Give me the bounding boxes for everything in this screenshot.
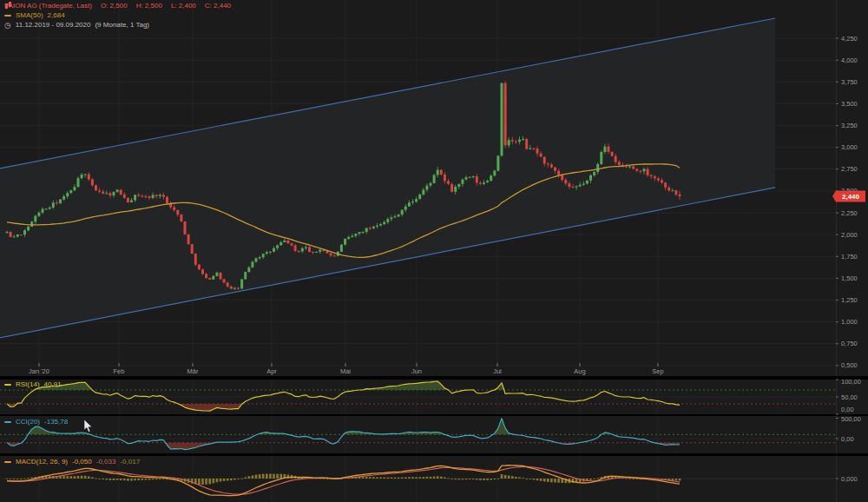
svg-text:50,00: 50,00 xyxy=(841,393,858,401)
svg-text:0,00: 0,00 xyxy=(841,406,854,413)
mouse-cursor xyxy=(83,419,94,433)
svg-text:0,500: 0,500 xyxy=(841,361,858,369)
macd-panel[interactable]: 0,000 xyxy=(0,466,858,496)
svg-text:Apr: Apr xyxy=(266,367,277,375)
svg-text:Aug: Aug xyxy=(574,367,585,375)
trend-channel-fill xyxy=(0,18,775,338)
svg-text:Feb: Feb xyxy=(114,367,125,375)
svg-text:1,750: 1,750 xyxy=(841,253,858,261)
svg-text:3,750: 3,750 xyxy=(841,78,858,86)
svg-text:Jul: Jul xyxy=(493,367,502,375)
rsi-panel[interactable]: 100,0050,000,00 xyxy=(0,378,861,414)
svg-text:3,500: 3,500 xyxy=(841,100,858,108)
svg-text:2,440: 2,440 xyxy=(842,193,860,201)
svg-text:4,250: 4,250 xyxy=(841,35,858,43)
svg-text:3,250: 3,250 xyxy=(841,122,858,129)
chart-window: 4,2504,0003,7503,5003,2503,0002,7502,500… xyxy=(0,0,868,502)
svg-text:Mär: Mär xyxy=(187,367,199,375)
last-price-tag[interactable]: 2,440 xyxy=(832,191,865,202)
svg-text:500,00: 500,00 xyxy=(841,415,861,423)
svg-text:Jan '20: Jan '20 xyxy=(29,367,49,375)
svg-text:2,250: 2,250 xyxy=(841,209,858,217)
cci-panel[interactable]: 500,000,00 xyxy=(0,415,861,450)
svg-text:3,000: 3,000 xyxy=(841,143,858,151)
svg-text:4,000: 4,000 xyxy=(841,56,858,64)
svg-text:Mai: Mai xyxy=(340,367,351,375)
time-axis[interactable]: Jan '20FebMärAprMaiJunJulAugSep xyxy=(29,363,664,375)
svg-text:0,000: 0,000 xyxy=(841,475,858,483)
chart-canvas[interactable]: 4,2504,0003,7503,5003,2503,0002,7502,500… xyxy=(0,0,868,502)
svg-text:1,000: 1,000 xyxy=(841,318,858,326)
svg-text:1,250: 1,250 xyxy=(841,296,858,304)
svg-text:Jun: Jun xyxy=(411,367,422,375)
svg-text:2,000: 2,000 xyxy=(841,231,858,239)
svg-text:1,500: 1,500 xyxy=(841,274,858,282)
svg-text:0,00: 0,00 xyxy=(841,435,854,443)
svg-text:0,750: 0,750 xyxy=(841,340,858,347)
svg-text:2,750: 2,750 xyxy=(841,165,858,173)
svg-text:Sep: Sep xyxy=(652,367,663,375)
svg-text:100,00: 100,00 xyxy=(841,378,861,386)
